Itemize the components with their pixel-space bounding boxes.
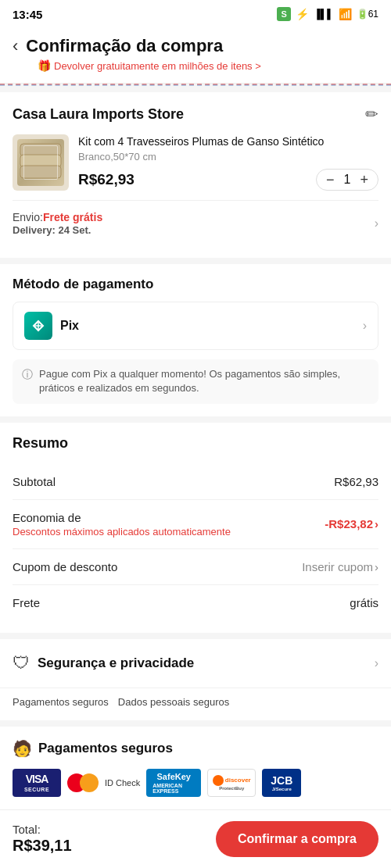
page-title: Confirmação da compra bbox=[26, 36, 223, 56]
total-label: Total: bbox=[13, 823, 41, 836]
store-name: Casa Laura Imports Store bbox=[13, 106, 184, 123]
visa-text: VISA bbox=[26, 773, 48, 785]
store-product-section: Casa Laura Imports Store ✏ Kit com 4 Tra… bbox=[0, 92, 391, 258]
quantity-control: − 1 + bbox=[316, 169, 378, 191]
jcb-secure-text: J/Secure bbox=[272, 787, 292, 791]
pix-icon bbox=[24, 312, 52, 340]
shield-icon: 🛡 bbox=[13, 653, 30, 673]
jcb-text: JCB bbox=[271, 774, 292, 787]
payment-chevron-icon: › bbox=[363, 319, 367, 333]
security-badge-2: Dados pessoais seguros bbox=[118, 696, 229, 708]
s-icon: S bbox=[277, 7, 291, 21]
summary-section: Resumo Subtotal R$62,93 Economia de Desc… bbox=[0, 423, 391, 633]
payment-info-text: Pague com Pix a qualquer momento! Os pag… bbox=[39, 367, 369, 395]
total-amount: R$39,11 bbox=[13, 837, 72, 855]
coupon-row[interactable]: Cupom de desconto Inserir cupom › bbox=[13, 549, 378, 585]
product-price: R$62,93 bbox=[78, 171, 135, 188]
signal-icon: ▐▌▌ bbox=[314, 9, 334, 20]
pix-svg bbox=[29, 316, 48, 335]
visa-secure-text: SECURE bbox=[24, 787, 49, 792]
visa-logo: VISA SECURE bbox=[13, 769, 61, 797]
dashed-divider-blue bbox=[0, 84, 391, 86]
discover-brand: discover bbox=[213, 775, 251, 786]
wifi-icon: 📶 bbox=[339, 8, 352, 20]
battery-icon: 🔋61 bbox=[357, 9, 378, 20]
page-header: ‹ Confirmação da compra 🎁 Devolver gratu… bbox=[0, 28, 391, 84]
discover-logo: discover ProtectBuy bbox=[207, 769, 256, 797]
pillow-svg bbox=[17, 139, 64, 186]
payment-method-row[interactable]: Pix › bbox=[13, 302, 378, 350]
coupon-label: Cupom de desconto bbox=[13, 560, 117, 573]
back-button[interactable]: ‹ bbox=[13, 38, 18, 55]
product-variant: Branco,50*70 cm bbox=[78, 151, 378, 163]
person-icon: 🧑 bbox=[13, 739, 32, 758]
mastercard-logo bbox=[67, 773, 99, 792]
product-info: Kit com 4 Travesseiros Plumas de Ganso S… bbox=[78, 134, 378, 191]
promo-text: Devolver gratuitamente em milhões de ite… bbox=[54, 60, 261, 72]
discover-protect-text: ProtectBuy bbox=[219, 786, 244, 791]
security-title: Segurança e privacidade bbox=[38, 655, 194, 671]
payment-section-title: Método de pagamento bbox=[13, 277, 378, 292]
shipping-text: Envio: bbox=[13, 211, 43, 223]
info-icon: ⓘ bbox=[22, 368, 33, 382]
bottom-bar: Total: R$39,11 Confirmar a compra bbox=[0, 809, 391, 868]
coupon-value: Inserir cupom › bbox=[302, 560, 378, 573]
confirm-button[interactable]: Confirmar a compra bbox=[216, 821, 378, 857]
product-image-inner bbox=[17, 139, 64, 186]
svg-rect-1 bbox=[20, 155, 61, 167]
amex-brand: AMERICAN EXPRESS bbox=[152, 783, 195, 794]
economy-sublabel: Descontos máximos aplicados automaticame… bbox=[13, 526, 231, 538]
discover-text: discover bbox=[225, 777, 251, 784]
economy-value: -R$23,82 › bbox=[325, 517, 378, 530]
shipping-free-label: Frete grátis bbox=[43, 211, 102, 223]
subtotal-row: Subtotal R$62,93 bbox=[13, 464, 378, 500]
amex-logo: SafeKey AMERICAN EXPRESS bbox=[146, 769, 201, 797]
economy-label-block: Economia de Descontos máximos aplicados … bbox=[13, 511, 231, 538]
security-chevron-icon: › bbox=[375, 656, 378, 670]
status-icons: S ⚡ ▐▌▌ 📶 🔋61 bbox=[277, 7, 378, 21]
shipping-summary-value: grátis bbox=[350, 596, 378, 609]
discover-circle bbox=[213, 775, 224, 786]
security-left: 🛡 Segurança e privacidade bbox=[13, 653, 194, 673]
payments-secure-title: 🧑 Pagamentos seguros bbox=[13, 739, 378, 758]
summary-title: Resumo bbox=[13, 435, 378, 452]
bluetooth-icon: ⚡ bbox=[296, 8, 309, 20]
qty-minus-button[interactable]: − bbox=[326, 173, 335, 187]
economy-row[interactable]: Economia de Descontos máximos aplicados … bbox=[13, 500, 378, 549]
amex-text: SafeKey bbox=[157, 772, 191, 781]
idcheck-text: ID Check bbox=[105, 778, 140, 788]
promo-banner[interactable]: 🎁 Devolver gratuitamente em milhões de i… bbox=[38, 59, 378, 72]
total-block: Total: R$39,11 bbox=[13, 823, 72, 855]
product-price-row: R$62,93 − 1 + bbox=[78, 169, 378, 191]
mastercard-group: ID Check bbox=[67, 773, 140, 792]
shipping-summary-row: Frete grátis bbox=[13, 585, 378, 620]
payment-info-box: ⓘ Pague com Pix a qualquer momento! Os p… bbox=[13, 359, 378, 403]
amex-brand-text: AMERICAN EXPRESS bbox=[152, 783, 195, 794]
payment-logos: VISA SECURE ID Check SafeKey AMERICAN EX… bbox=[13, 769, 378, 797]
promo-icon: 🎁 bbox=[38, 59, 51, 72]
pix-label: Pix bbox=[60, 319, 79, 333]
product-name: Kit com 4 Travesseiros Plumas de Ganso S… bbox=[78, 134, 378, 148]
chevron-right-icon: › bbox=[375, 216, 378, 230]
edit-icon[interactable]: ✏ bbox=[365, 105, 378, 123]
shipping-label: Envio:Frete grátis bbox=[13, 210, 102, 224]
shipping-summary-label: Frete bbox=[13, 596, 40, 609]
qty-value: 1 bbox=[344, 173, 351, 187]
security-badge-1: Pagamentos seguros bbox=[13, 696, 109, 708]
subtotal-label: Subtotal bbox=[13, 475, 56, 488]
product-row: Kit com 4 Travesseiros Plumas de Ganso S… bbox=[13, 134, 378, 191]
status-time: 13:45 bbox=[13, 8, 42, 21]
svg-rect-0 bbox=[20, 144, 61, 156]
jcb-logo: JCB J/Secure bbox=[262, 769, 301, 797]
status-bar: 13:45 S ⚡ ▐▌▌ 📶 🔋61 bbox=[0, 0, 391, 28]
payments-secure-section: 🧑 Pagamentos seguros VISA SECURE ID Chec… bbox=[0, 727, 391, 809]
security-row[interactable]: 🛡 Segurança e privacidade › bbox=[0, 639, 391, 688]
shipping-delivery: Delivery: 24 Set. bbox=[13, 224, 102, 236]
qty-plus-button[interactable]: + bbox=[360, 173, 368, 187]
store-header: Casa Laura Imports Store ✏ bbox=[13, 105, 378, 123]
security-badges: Pagamentos seguros Dados pessoais seguro… bbox=[0, 688, 391, 720]
shipping-row[interactable]: Envio:Frete grátis Delivery: 24 Set. › bbox=[13, 200, 378, 245]
economy-label: Economia de bbox=[13, 511, 231, 524]
svg-rect-2 bbox=[20, 166, 61, 178]
product-image bbox=[13, 134, 69, 191]
